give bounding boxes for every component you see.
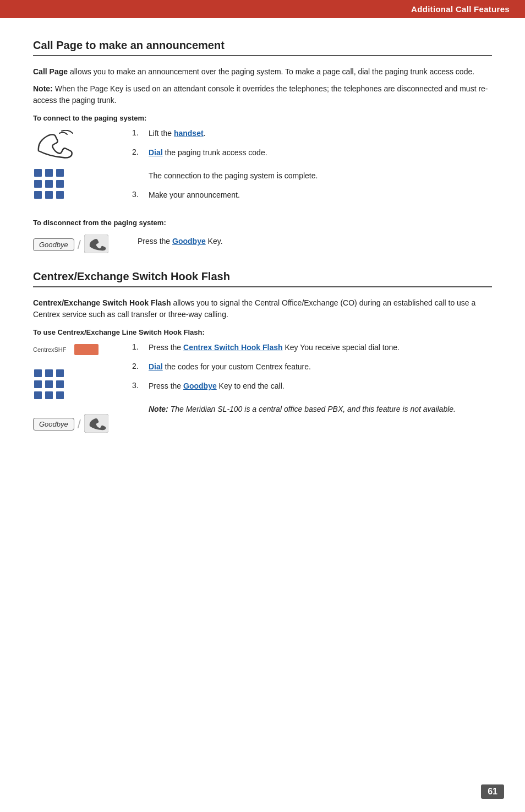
centrex-key-row: CentrexSHF (33, 344, 99, 355)
page-number: 61 (481, 784, 504, 799)
svg-rect-13 (34, 380, 42, 388)
disconnect-text-col: Press the Goodbye Key. (138, 232, 492, 246)
step-1-num: 1. (132, 128, 144, 137)
page-header: Additional Call Features (0, 0, 525, 18)
goodbye-group-2: Goodbye / (33, 414, 108, 434)
disconnect-block: Goodbye / Press the Goodbye Key. (33, 232, 492, 255)
callpage-term: Call Page (33, 67, 68, 76)
centrex-section: Centrex/Exchange Switch Hook Flash Centr… (33, 270, 492, 434)
note-italic-bold: Note: (149, 405, 168, 413)
svg-rect-12 (56, 369, 64, 377)
main-content: Call Page to make an announcement Call P… (0, 18, 525, 481)
step-3: 3. Make your announcement. (132, 189, 492, 201)
centrex-step-3-text: Press the Goodbye Key to end the call. N… (149, 380, 456, 415)
handset-link: handset (174, 129, 204, 138)
centrex-note: Note: The Meridian SL-100 is a central o… (149, 405, 456, 413)
goodbye-link: Goodbye (172, 237, 206, 246)
centrex-icon-col: CentrexSHF (33, 342, 121, 434)
connect-label: To connect to the paging system: (33, 114, 492, 122)
slash-divider: / (78, 238, 81, 252)
svg-rect-4 (45, 180, 53, 188)
centrex-term: Centrex/Exchange Switch Hook Flash (33, 298, 171, 307)
dialpad-icon (33, 168, 65, 204)
use-label: To use Centrex/Exchange Line Switch Hook… (33, 328, 492, 336)
svg-rect-7 (45, 191, 53, 199)
centrex-step-2-num: 2. (132, 361, 144, 370)
centrex-step-1: 1. Press the Centrex Switch Hook Flash K… (132, 342, 492, 353)
section1-note: Note: When the Page Key is used on an at… (33, 83, 492, 106)
section1-intro: Call Page allows you to make an announce… (33, 66, 492, 78)
centrex-step-3: 3. Press the Goodbye Key to end the call… (132, 380, 492, 415)
step-2-text: Dial the paging trunk access code. The c… (149, 147, 318, 182)
centrex-instruction-block: CentrexSHF (33, 342, 492, 434)
phone-end-icon (84, 235, 108, 255)
section1-intro-rest: allows you to make an announcement over … (68, 67, 474, 76)
disconnect-label: To disconnect from the paging system: (33, 219, 492, 227)
dial-link-2: Dial (149, 362, 163, 371)
slash-divider-2: / (78, 417, 81, 432)
centrex-link: Centrex Switch Hook Flash (183, 343, 282, 352)
step-2: 2. Dial the paging trunk access code. Th… (132, 147, 492, 182)
centrex-step-1-text: Press the Centrex Switch Hook Flash Key … (149, 342, 400, 353)
note-rest: When the Page Key is used on an attendan… (33, 84, 488, 105)
centrex-step-2-text: Dial the codes for your custom Centrex f… (149, 361, 311, 373)
centrex-steps: 1. Press the Centrex Switch Hook Flash K… (132, 342, 492, 434)
connect-instruction-block: 1. Lift the handset. 2. Dial the paging … (33, 128, 492, 209)
step-1-text: Lift the handset. (149, 128, 206, 139)
svg-rect-16 (34, 391, 42, 399)
dialpad-icon-2 (33, 368, 65, 404)
centrex-key-label: CentrexSHF (33, 346, 67, 353)
call-page-section: Call Page to make an announcement Call P… (33, 39, 492, 255)
svg-rect-2 (56, 169, 64, 177)
svg-rect-3 (34, 180, 42, 188)
svg-rect-1 (45, 169, 53, 177)
svg-rect-15 (56, 380, 64, 388)
goodbye-key-button: Goodbye (33, 238, 74, 251)
step-1: 1. Lift the handset. (132, 128, 492, 139)
section1-title: Call Page to make an announcement (33, 39, 492, 56)
centrex-step-1-num: 1. (132, 342, 144, 351)
svg-rect-10 (34, 369, 42, 377)
connect-steps: 1. Lift the handset. 2. Dial the paging … (132, 128, 492, 209)
svg-rect-14 (45, 380, 53, 388)
svg-rect-18 (56, 391, 64, 399)
goodbye-group: Goodbye / (33, 235, 108, 255)
phone-end-icon-2 (84, 414, 108, 434)
centrex-step-2: 2. Dial the codes for your custom Centre… (132, 361, 492, 373)
disconnect-icon-col: Goodbye / (33, 232, 121, 255)
dial-link: Dial (149, 148, 163, 157)
svg-rect-5 (56, 180, 64, 188)
step-2-extra: The connection to the paging system is c… (149, 171, 318, 180)
section2-title: Centrex/Exchange Switch Hook Flash (33, 270, 492, 287)
section2-intro: Centrex/Exchange Switch Hook Flash allow… (33, 297, 492, 320)
svg-rect-0 (34, 169, 42, 177)
goodbye-key-button-2: Goodbye (33, 418, 74, 430)
centrex-key-box (74, 344, 99, 355)
header-title: Additional Call Features (411, 4, 510, 14)
step-3-text: Make your announcement. (149, 189, 240, 201)
step-3-num: 3. (132, 189, 144, 199)
step-2-num: 2. (132, 147, 144, 156)
handset-icon (33, 130, 75, 160)
note-bold: Note: (33, 84, 53, 93)
svg-rect-6 (34, 191, 42, 199)
goodbye-link-2: Goodbye (183, 382, 217, 390)
disconnect-text: Press the Goodbye Key. (138, 237, 223, 246)
svg-rect-8 (56, 191, 64, 199)
centrex-step-3-num: 3. (132, 380, 144, 390)
connect-icon-column (33, 128, 121, 209)
svg-rect-11 (45, 369, 53, 377)
svg-rect-17 (45, 391, 53, 399)
